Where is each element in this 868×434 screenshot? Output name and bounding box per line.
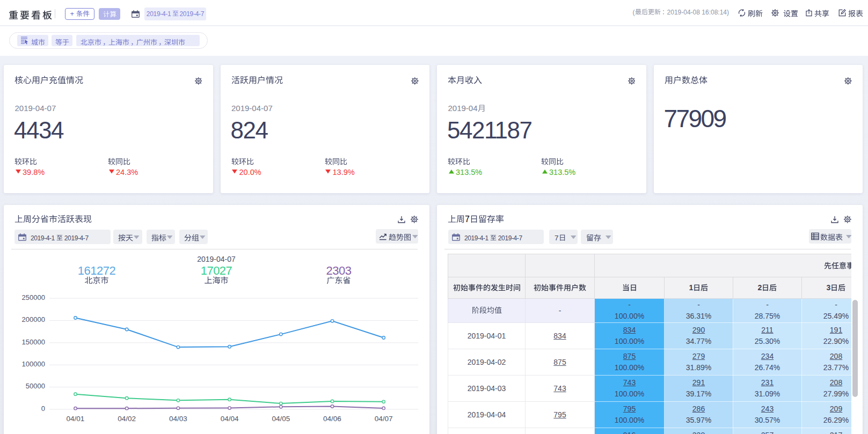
svg-text:04/02: 04/02 (118, 415, 136, 423)
svg-text:04/05: 04/05 (272, 415, 290, 423)
svg-text:04/03: 04/03 (169, 415, 187, 423)
svg-text:0: 0 (41, 404, 45, 413)
svg-text:150000: 150000 (22, 338, 45, 346)
svg-text:04/07: 04/07 (375, 415, 393, 423)
svg-text:04/06: 04/06 (323, 415, 341, 423)
svg-text:04/04: 04/04 (221, 415, 239, 423)
svg-text:250000: 250000 (22, 293, 45, 301)
svg-text:50000: 50000 (26, 382, 45, 390)
svg-text:200000: 200000 (22, 315, 45, 323)
svg-text:100000: 100000 (22, 360, 45, 368)
svg-text:17027: 17027 (201, 264, 232, 277)
svg-text:04/01: 04/01 (67, 415, 85, 423)
svg-text:2019-04-07: 2019-04-07 (197, 255, 236, 263)
svg-text:2303: 2303 (326, 264, 352, 277)
svg-text:161272: 161272 (78, 264, 116, 277)
